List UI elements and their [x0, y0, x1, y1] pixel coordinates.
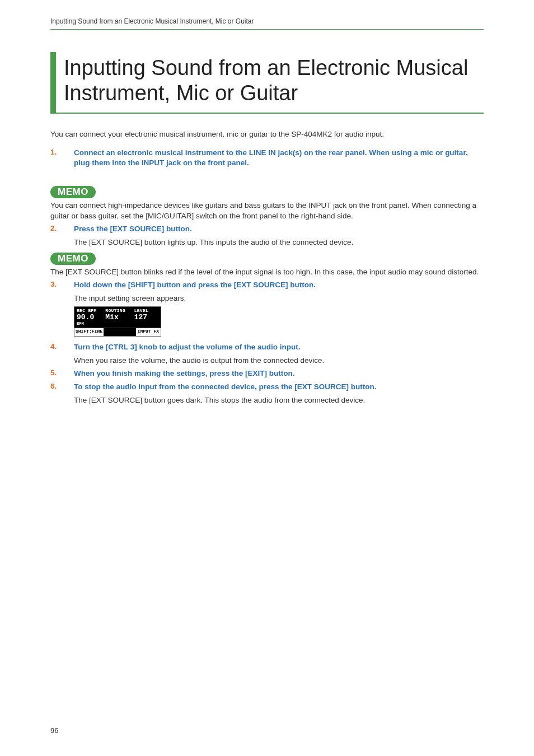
step-text: To stop the audio input from the connect…	[74, 382, 484, 392]
step-number: 3.	[50, 280, 74, 288]
screen-col1-unit: BPM	[74, 321, 103, 328]
step-1: 1. Connect an electronic musical instrum…	[50, 148, 484, 168]
step-5: 5. When you finish making the settings, …	[50, 368, 484, 379]
step-2: 2. Press the [EXT SOURCE] button.	[50, 224, 484, 234]
step-number: 6.	[50, 382, 74, 390]
screen-col1-header: REC BPM	[74, 307, 103, 313]
screen-col3-header: LEVEL	[132, 307, 161, 313]
step-text: Press the [EXT SOURCE] button.	[74, 224, 484, 234]
page-number: 96	[50, 726, 58, 735]
intro-paragraph: You can connect your electronic musical …	[50, 129, 484, 140]
running-header-rule: Inputting Sound from an Electronic Music…	[50, 16, 484, 30]
page-title: Inputting Sound from an Electronic Music…	[64, 55, 484, 106]
title-block: Inputting Sound from an Electronic Music…	[50, 52, 484, 114]
step-6: 6. To stop the audio input from the conn…	[50, 382, 484, 392]
page: Inputting Sound from an Electronic Music…	[0, 0, 534, 756]
step-6-sub: The [EXT SOURCE] button goes dark. This …	[74, 395, 484, 406]
screen-col3-value: 127	[132, 313, 161, 321]
step-2-sub: The [EXT SOURCE] button lights up. This …	[74, 237, 484, 248]
step-number: 4.	[50, 342, 74, 351]
screen-bottom-right: INPUT FX	[136, 328, 161, 336]
step-4-sub: When you raise the volume, the audio is …	[74, 356, 484, 366]
memo-badge: MEMO	[50, 186, 96, 198]
step-3: 3. Hold down the [SHIFT] button and pres…	[50, 280, 484, 290]
step-text: Hold down the [SHIFT] button and press t…	[74, 280, 484, 290]
step-number: 5.	[50, 368, 74, 377]
screen-col2-header: ROUTING	[103, 307, 132, 313]
screen-col1-value: 90.0	[74, 313, 103, 321]
step-3-sub: The input setting screen appears.	[74, 293, 484, 304]
step-text: Connect an electronic musical instrument…	[74, 148, 484, 168]
step-number: 1.	[50, 148, 74, 156]
device-screen-figure: REC BPM ROUTING LEVEL 90.0 Mix 127 BPM S…	[74, 306, 161, 337]
step-number: 2.	[50, 224, 74, 232]
step-4: 4. Turn the [CTRL 3] knob to adjust the …	[50, 342, 484, 352]
memo-2-text: The [EXT SOURCE] button blinks red if th…	[50, 267, 484, 278]
screen-bottom-left: SHIFT:FINE	[74, 328, 104, 336]
step-text: When you finish making the settings, pre…	[74, 368, 484, 379]
screen-col2-value: Mix	[103, 313, 132, 321]
running-header-text: Inputting Sound from an Electronic Music…	[50, 17, 254, 25]
memo-badge: MEMO	[50, 253, 96, 265]
step-text: Turn the [CTRL 3] knob to adjust the vol…	[74, 342, 484, 352]
memo-1-text: You can connect high-impedance devices l…	[50, 200, 484, 222]
